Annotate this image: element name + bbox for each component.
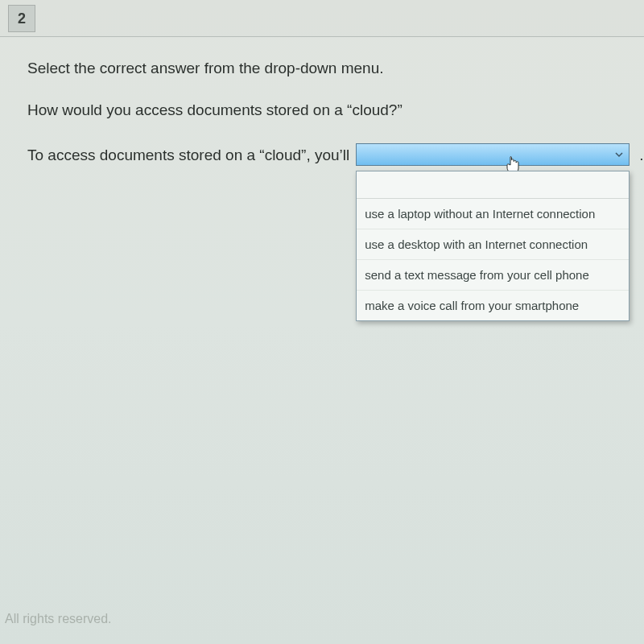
dropdown-option-blank[interactable] bbox=[357, 171, 629, 199]
instruction-text: Select the correct answer from the drop-… bbox=[27, 60, 617, 77]
dropdown-wrap: use a laptop without an Internet connect… bbox=[356, 143, 630, 166]
question-text: How would you access documents stored on… bbox=[27, 101, 617, 119]
answer-prefix: To access documents stored on a “cloud”,… bbox=[27, 143, 349, 164]
answer-line: To access documents stored on a “cloud”,… bbox=[27, 143, 617, 166]
dropdown-option[interactable]: use a laptop without an Internet connect… bbox=[357, 199, 629, 229]
quiz-page: 2 Select the correct answer from the dro… bbox=[0, 0, 644, 644]
chevron-down-icon bbox=[613, 148, 625, 161]
dropdown-option[interactable]: use a desktop with an Internet connectio… bbox=[357, 229, 629, 260]
question-number-badge: 2 bbox=[8, 5, 35, 32]
dropdown-option[interactable]: make a voice call from your smartphone bbox=[357, 291, 629, 320]
question-header-bar: 2 bbox=[0, 0, 644, 37]
question-content: Select the correct answer from the drop-… bbox=[0, 37, 644, 166]
question-number: 2 bbox=[18, 10, 26, 27]
sentence-period: . bbox=[639, 143, 643, 164]
dropdown-panel: use a laptop without an Internet connect… bbox=[356, 171, 630, 321]
answer-dropdown[interactable] bbox=[356, 143, 630, 166]
dropdown-option[interactable]: send a text message from your cell phone bbox=[357, 260, 629, 291]
footer-text: All rights reserved. bbox=[5, 612, 112, 626]
